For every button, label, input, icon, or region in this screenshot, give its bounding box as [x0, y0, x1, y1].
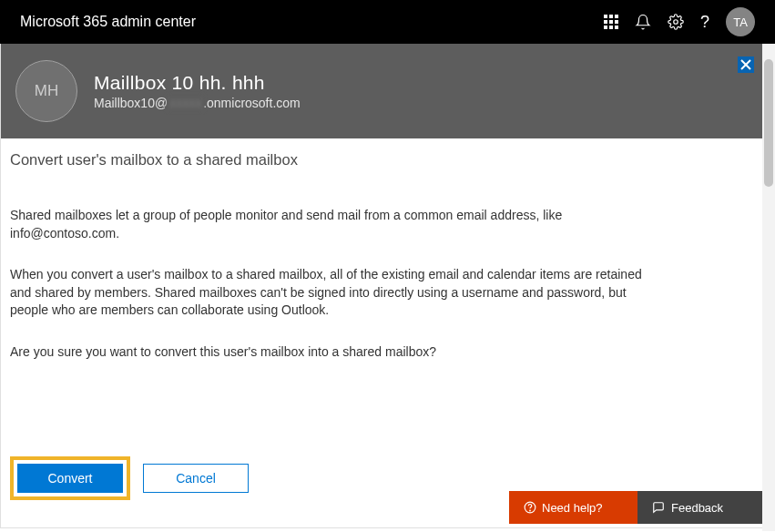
app-launcher-icon[interactable]: [604, 15, 618, 29]
panel-body: Convert user's mailbox to a shared mailb…: [1, 138, 774, 394]
need-help-label: Need help?: [542, 501, 603, 515]
close-button[interactable]: [738, 56, 754, 73]
notifications-icon[interactable]: [635, 14, 651, 30]
app-title: Microsoft 365 admin center: [20, 14, 196, 30]
user-email: Maillbox10@xxxxx.onmicrosoft.com: [94, 96, 301, 110]
user-avatar[interactable]: TA: [726, 7, 755, 36]
feedback-label: Feedback: [671, 501, 723, 515]
settings-icon[interactable]: [668, 14, 684, 30]
help-circle-icon: [524, 501, 536, 514]
svg-point-0: [674, 20, 678, 25]
panel-header: MH Maillbox 10 hh. hhh Maillbox10@xxxxx.…: [1, 44, 774, 138]
email-tenant-redacted: xxxxx: [168, 96, 203, 110]
bottom-actions: Need help? Feedback: [509, 491, 766, 524]
cancel-button[interactable]: Cancel: [143, 464, 249, 493]
feedback-button[interactable]: Feedback: [637, 491, 766, 524]
scrollbar-track[interactable]: [762, 44, 775, 531]
description-para-1: Shared mailboxes let a group of people m…: [10, 207, 666, 242]
help-icon[interactable]: ?: [700, 13, 709, 32]
email-suffix: .onmicrosoft.com: [203, 96, 301, 110]
close-icon: [739, 58, 752, 71]
confirmation-question: Are you sure you want to convert this us…: [10, 343, 666, 362]
highlight-annotation: Convert: [10, 456, 130, 500]
mailbox-avatar: MH: [15, 60, 77, 122]
email-prefix: Maillbox10@: [94, 96, 168, 110]
top-bar: Microsoft 365 admin center ? TA: [0, 0, 775, 44]
scrollbar-thumb[interactable]: [764, 59, 773, 187]
panel-area: MH Maillbox 10 hh. hhh Maillbox10@xxxxx.…: [0, 44, 775, 528]
user-name: Maillbox 10 hh. hhh: [94, 72, 301, 94]
waffle-icon: [604, 15, 618, 29]
top-actions: ? TA: [604, 7, 755, 36]
need-help-button[interactable]: Need help?: [509, 491, 637, 524]
panel-heading: Convert user's mailbox to a shared mailb…: [10, 151, 765, 169]
description-para-2: When you convert a user's mailbox to a s…: [10, 266, 666, 320]
convert-button[interactable]: Convert: [17, 464, 123, 493]
action-row: Convert Cancel: [10, 456, 249, 500]
svg-point-4: [530, 510, 531, 511]
user-info: Maillbox 10 hh. hhh Maillbox10@xxxxx.onm…: [94, 72, 301, 110]
chat-icon: [652, 501, 665, 514]
